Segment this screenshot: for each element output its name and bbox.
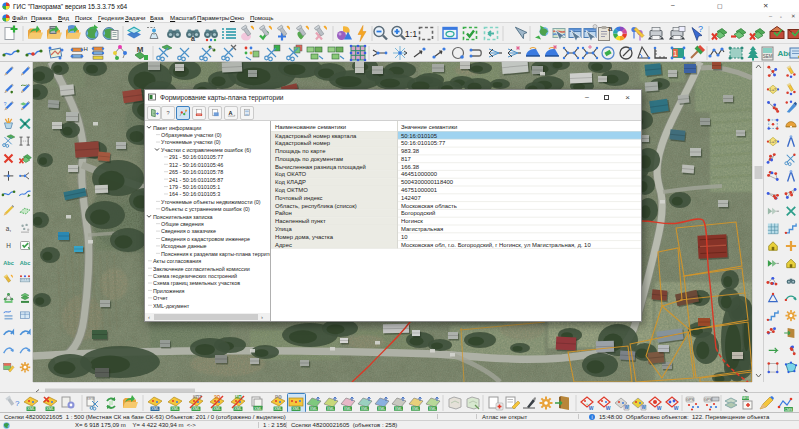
svg-text:Уточняемые объекты недвижимост: Уточняемые объекты недвижимости (0) [161,199,261,205]
svg-text:Пояснения к разделам карты-пла: Пояснения к разделам карты-плана террито [161,251,270,257]
svg-text:Вычисленная разница площадей: Вычисленная разница площадей [275,164,366,170]
svg-text:XML: XML [412,407,419,411]
svg-text:L=?: L=? [770,88,776,92]
svg-text:Значение семантики: Значение семантики [401,124,457,130]
svg-text:265 - 50:16:010105:78: 265 - 50:16:010105:78 [169,169,223,175]
svg-text:1:1: 1:1 [405,29,418,39]
svg-text:XML: XML [395,407,402,411]
svg-text:Код КЛАДР: Код КЛАДР [275,179,306,185]
svg-text:XML: XML [192,407,199,411]
svg-text:XML: XML [310,407,317,411]
svg-text:Abc: Abc [3,260,14,266]
svg-text:10: 10 [401,234,408,240]
svg-text:142407: 142407 [401,195,421,201]
svg-text:50:16:010105:77: 50:16:010105:77 [401,140,445,146]
svg-text:КПТ: КПТ [193,395,202,400]
svg-text:W: W [674,405,679,411]
svg-text:312 - 50:16:010105:46: 312 - 50:16:010105:46 [169,162,223,168]
svg-text:Богородский: Богородский [401,210,435,216]
svg-text:291 - 50:16:010105:77: 291 - 50:16:010105:77 [169,154,223,160]
svg-text:50:16:010105: 50:16:010105 [401,133,438,139]
svg-text:GPS: GPS [686,398,694,402]
svg-text:XML: XML [378,407,385,411]
svg-text:Район: Район [275,210,292,216]
svg-text:Адрес: Адрес [275,242,292,248]
svg-text:Схема границ земельных участко: Схема границ земельных участков [153,280,240,286]
svg-text:Код ОКАТО: Код ОКАТО [275,171,306,177]
svg-text:XML: XML [171,407,178,411]
svg-text:РФ: РФ [275,395,282,400]
svg-text:XML: XML [344,407,351,411]
svg-text:SEM: SEM [87,397,95,401]
svg-text:Объекты с устранением ошибок (: Объекты с устранением ошибок (0) [161,206,250,212]
svg-text:XML: XML [361,407,368,411]
svg-text:817: 817 [401,156,411,162]
svg-text:XML: XML [327,407,334,411]
svg-text:Схема геодезических построений: Схема геодезических построений [153,273,237,279]
svg-text:SEM: SEM [763,54,773,59]
svg-text:Площадь по документам: Площадь по документам [275,156,343,162]
svg-text:Наименование семантики: Наименование семантики [275,124,346,130]
svg-text:Исходные данные: Исходные данные [161,243,207,249]
svg-text:Отчет: Отчет [153,295,168,301]
svg-text:Населенный пункт: Населенный пункт [275,218,326,224]
svg-text:a: a [608,24,613,33]
svg-text:XML: XML [292,407,299,411]
svg-text:Уточняемые участки (0): Уточняемые участки (0) [161,139,221,145]
svg-text:?: ? [15,399,20,408]
svg-text:A: A [228,109,232,115]
svg-text:НП: НП [235,395,241,400]
svg-text:Общие сведения: Общие сведения [161,221,204,227]
svg-text:Пакет информации: Пакет информации [153,125,201,131]
svg-text:Кадастровый номер квартала: Кадастровый номер квартала [275,133,357,139]
svg-text:Ногинск: Ногинск [401,218,423,224]
svg-text:H: H [6,242,11,249]
svg-text:XML: XML [274,407,281,411]
svg-text:Сведения о кадастровом инженер: Сведения о кадастровом инженере [161,236,250,242]
svg-text:Область, республика (список): Область, республика (список) [275,203,357,209]
svg-text:5004300000118400: 5004300000118400 [401,179,454,185]
svg-text:46451000000: 46451000000 [401,171,438,177]
svg-text:XML: XML [27,407,34,411]
svg-text:Московская область: Московская область [401,203,457,209]
svg-text:Кадастровый номер: Кадастровый номер [275,140,331,146]
svg-text:W: W [589,405,594,411]
svg-text:179 - 50:16:010105:1: 179 - 50:16:010105:1 [169,184,220,190]
svg-text:XML: XML [234,407,241,411]
svg-text:Номер дома, участка: Номер дома, участка [275,234,334,240]
svg-text:GPS: GPS [704,398,712,402]
svg-text:Abc: Abc [20,260,31,266]
svg-text:Код ОКТМО: Код ОКТМО [275,187,308,193]
svg-text:L=?: L=? [770,140,776,144]
svg-text:?: ? [4,102,7,107]
svg-text:Пояснительная записка: Пояснительная записка [153,214,213,220]
svg-text:Улица: Улица [275,226,292,232]
svg-text:166.38: 166.38 [401,164,420,170]
svg-text:Сведения о заказчике: Сведения о заказчике [161,228,216,234]
svg-text:Заключение согласительной коми: Заключение согласительной комиссии [153,266,250,272]
svg-text:XML: XML [213,407,220,411]
svg-text:XML-документ: XML-документ [153,303,190,309]
svg-text:Акты согласования: Акты согласования [153,258,201,264]
svg-text:a,: a, [6,225,12,232]
svg-text:Магистральная: Магистральная [401,226,443,232]
svg-text:W: W [657,405,662,411]
svg-text:Приложения: Приложения [153,288,185,294]
svg-text:?: ? [698,24,703,34]
svg-text:Участки с исправлением ошибок: Участки с исправлением ошибок (6) [161,147,251,153]
svg-text:46751000001: 46751000001 [401,187,437,193]
svg-text:NEW: NEW [742,396,751,400]
svg-text:1: 1 [673,50,677,57]
svg-text:H: H [84,46,88,52]
svg-text:Образуемые участки (0): Образуемые участки (0) [161,132,222,138]
svg-text:?: ? [166,109,169,115]
svg-text:W: W [606,405,611,411]
svg-text:ЗО: ЗО [214,395,221,400]
svg-text:241 - 50:16:010105:87: 241 - 50:16:010105:87 [169,177,223,183]
svg-text:a: a [191,35,195,42]
svg-text:XML: XML [429,407,436,411]
svg-text:XML: XML [151,407,158,411]
svg-text:Московская обл, г.о. Богородс: Московская обл, г.о. Богородский, г Ноги… [401,242,591,248]
svg-text:164 - 50:16:010105:3: 164 - 50:16:010105:3 [169,191,220,197]
svg-text:XML: XML [46,407,53,411]
